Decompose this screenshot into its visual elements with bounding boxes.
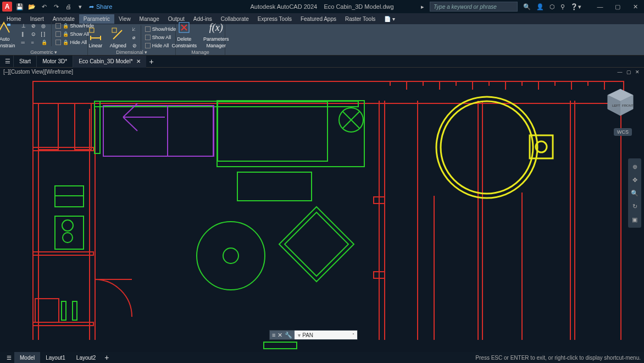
checkbox-icon [55,31,61,37]
cmd-wrench-icon[interactable]: 🔧 [285,332,292,339]
qat-print-icon[interactable]: 🖨 [64,2,73,11]
svg-rect-45 [103,106,213,156]
add-tab-button[interactable]: + [146,57,157,66]
search-input[interactable]: Type a keyword or phrase [430,2,518,12]
nav-zoom-icon[interactable]: 🔍 [630,188,640,198]
close-button[interactable]: ✕ [629,2,642,11]
search-icon[interactable]: 🔍 [523,3,531,10]
panel-label-geometric[interactable]: Geometric▾ [30,50,57,55]
command-recent-dropdown[interactable]: ˄ [349,331,357,339]
autoconstrain-button[interactable]: Auto Constrain [0,19,18,50]
menu-overflow[interactable]: 📄 ▾ [380,14,399,24]
autoconstrain-icon [0,20,12,35]
dim-diameter-icon[interactable]: ⊘ [131,42,138,50]
fx-icon: f(x) [208,20,224,35]
add-layout-button[interactable]: + [101,353,112,362]
checkbox-icon [145,26,151,32]
svg-rect-43 [73,301,77,320]
nav-wheel-icon[interactable]: ⊕ [630,162,640,172]
search-arrow-icon: ▸ [421,3,424,10]
help-dropdown[interactable]: ❔▾ [570,3,581,10]
layout-tab-layout2[interactable]: Layout2 [71,352,102,363]
maximize-button[interactable]: ▢ [611,2,624,11]
app-icon[interactable]: A [2,2,12,12]
dim-radius-icon[interactable]: ⌀ [131,34,138,41]
nav-orbit-icon[interactable]: ↻ [630,201,640,211]
exchange-icon[interactable]: ⚲ [560,3,565,10]
qat-dropdown-icon[interactable]: ▾ [76,2,85,11]
minimize-button[interactable]: — [593,2,607,11]
geom-fix-icon[interactable]: 🔒 [40,38,49,46]
qat-redo-icon[interactable]: ↷ [52,2,60,11]
qat-open-icon[interactable]: 📂 [27,2,36,11]
parameters-label-2: Manager [207,43,226,48]
share-button[interactable]: ➦ Share [89,3,112,10]
parameters-manager-button[interactable]: f(x) Parameters Manager [201,19,231,50]
status-message: Press ESC or ENTER to exit, or right-cli… [475,355,641,361]
command-line[interactable]: ≡ ✕ 🔧 ▾ PAN ˄ [269,330,358,340]
geom-equal-icon[interactable]: = [30,38,37,46]
autodesk-app-icon[interactable]: ⬡ [549,3,555,10]
viewcube-front-label: FRONT [622,104,634,107]
menu-express[interactable]: Express Tools [253,14,296,24]
checkbox-icon [55,23,61,29]
viewport-close-icon[interactable]: ✕ [634,69,641,75]
geom-symmetric-icon[interactable]: [ ] [40,30,49,38]
dim-icons-col: ⟀ ⌀ ⊘ [131,25,138,50]
title-right: ▸ Type a keyword or phrase 🔍 👤 ⬡ ⚲ ❔▾ — … [421,2,642,12]
layout-menu-icon[interactable]: ☰ [3,352,14,363]
menu-view[interactable]: View [114,14,135,24]
viewport-status-label[interactable]: [–][Custom View][Wireframe] [3,69,73,75]
panel-label-dimensional[interactable]: Dimensional▾ [116,50,147,55]
geom-concentric-icon[interactable]: ◎ [40,22,49,30]
geom-parallel-icon[interactable]: ∥ [20,30,27,38]
doc-tabs-menu-icon[interactable]: ☰ [2,56,13,67]
title-file: Eco Cabin_3D Model.dwg [324,3,393,10]
view-cube[interactable]: LEFT FRONT [606,87,636,117]
qat-save-icon[interactable]: 💾 [15,2,24,11]
aligned-label: Aligned [110,43,126,48]
delete-label-2: Constraints [171,43,197,48]
delete-constraints-button[interactable]: Delete Constraints [169,19,199,50]
viewport-minimize-icon[interactable]: — [617,69,623,75]
aligned-button[interactable]: Aligned [108,25,129,50]
dim-angular-icon[interactable]: ⟀ [131,25,138,33]
doc-tab-motor3d[interactable]: Motor 3D* [36,56,73,68]
linear-label: Linear [88,43,102,48]
svg-rect-28 [218,102,327,161]
viewport-maximize-icon[interactable]: ▢ [625,69,632,75]
svg-marker-32 [279,207,354,282]
doc-tab-eco-cabin[interactable]: Eco Cabin_3D Model* ✕ [73,56,146,68]
svg-rect-44 [264,342,297,349]
panel-label-manage: Manage [191,50,209,55]
cmd-icons: ≡ ✕ 🔧 [270,332,295,339]
delete-label-1: Delete [177,36,191,42]
menu-bar: Home Insert Annotate Parametric View Man… [0,13,644,24]
layout-tab-model[interactable]: Model [14,352,40,363]
geom-perp-icon[interactable]: ⊥ [20,22,27,30]
drawing-canvas[interactable]: LEFT FRONT WCS ⊕ ✥ 🔍 ↻ ▣ ≡ ✕ 🔧 ▾ PAN ˄ [0,76,644,352]
menu-raster[interactable]: Raster Tools [341,14,380,24]
layout-tab-layout1[interactable]: Layout1 [40,352,71,363]
nav-pan-icon[interactable]: ✥ [630,175,640,185]
account-icon[interactable]: 👤 [536,3,544,10]
autoconstrain-label-1: Auto [0,36,9,42]
geom-coincident-icon[interactable]: ⊙ [30,30,37,38]
cmd-close-icon[interactable]: ✕ [277,332,282,339]
doc-tab-start[interactable]: Start [13,56,36,68]
nav-showmotion-icon[interactable]: ▣ [630,215,640,224]
menu-manage[interactable]: Manage [135,14,164,24]
ribbon-panel-manage: Delete Constraints f(x) Parameters Manag… [176,24,225,55]
command-input[interactable]: ▾ PAN [295,331,349,339]
close-tab-icon[interactable]: ✕ [136,58,141,64]
geom-horiz-icon[interactable]: ═ [20,38,27,46]
svg-rect-42 [62,301,66,320]
qat-undo-icon[interactable]: ↶ [40,2,48,11]
menu-featured[interactable]: Featured Apps [296,14,341,24]
linear-button[interactable]: Linear [86,25,106,50]
geom-tangent-icon[interactable]: ⊘ [30,22,37,30]
cmd-customize-icon[interactable]: ≡ [272,332,275,338]
aligned-icon [110,26,126,42]
wcs-label[interactable]: WCS [614,128,632,136]
svg-rect-23 [75,103,91,150]
